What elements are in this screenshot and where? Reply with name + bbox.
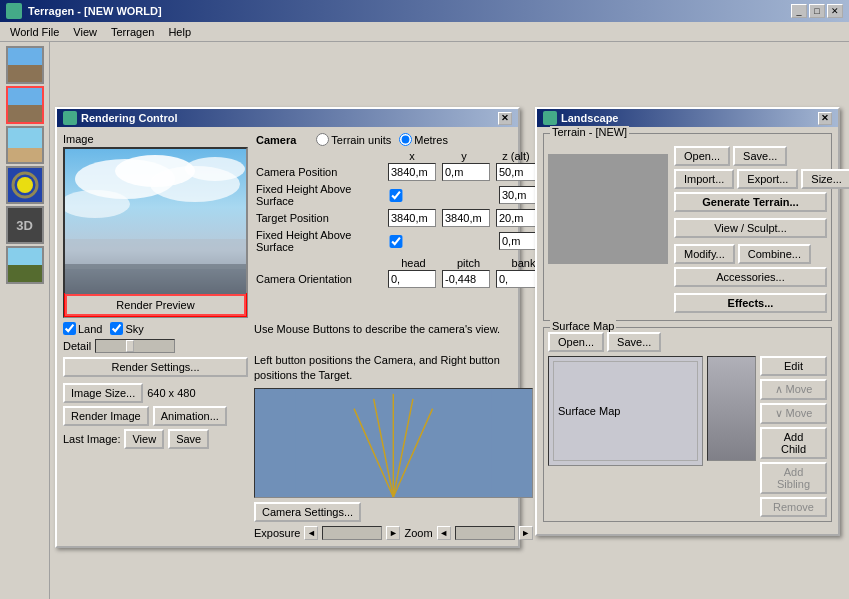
- menu-view[interactable]: View: [67, 24, 103, 40]
- landscape-dialog: Landscape ✕ Terrain - [NEW]: [535, 107, 840, 536]
- zoom-slider[interactable]: [455, 526, 515, 540]
- rendering-control-close[interactable]: ✕: [498, 112, 512, 125]
- rendering-icon: [63, 111, 77, 125]
- terrain-import-button[interactable]: Import...: [674, 169, 734, 189]
- surface-map-inner: Surface Map: [553, 361, 698, 461]
- zoom-decrease-button[interactable]: ◄: [437, 526, 451, 540]
- camera-pos-y-input[interactable]: [442, 163, 490, 181]
- metres-label: Metres: [414, 134, 448, 146]
- combine-button[interactable]: Combine...: [738, 244, 811, 264]
- image-section-title: Image: [63, 133, 248, 145]
- camera-viewport[interactable]: [254, 388, 533, 498]
- surface-save-button[interactable]: Save...: [607, 332, 661, 352]
- land-label: Land: [78, 323, 102, 335]
- terrain-export-button[interactable]: Export...: [737, 169, 798, 189]
- orientation-pitch-input[interactable]: [442, 270, 490, 288]
- sidebar-item-sun[interactable]: [6, 166, 44, 204]
- detail-slider[interactable]: [95, 339, 175, 353]
- accessories-button[interactable]: Accessories...: [674, 267, 827, 287]
- move-down-button[interactable]: ∨ Move: [760, 403, 827, 424]
- last-image-label: Last Image:: [63, 433, 120, 445]
- svg-rect-1: [8, 88, 42, 105]
- terrain-size-button[interactable]: Size...: [801, 169, 849, 189]
- terrain-preview: [548, 154, 668, 264]
- rendering-control-dialog: Rendering Control ✕ Image: [55, 107, 520, 548]
- landscape-icon: [543, 111, 557, 125]
- effects-button[interactable]: Effects...: [674, 293, 827, 313]
- target-pos-y-input[interactable]: [442, 209, 490, 227]
- camera-pos-x-input[interactable]: [388, 163, 436, 181]
- sidebar-item-3d[interactable]: 3D: [6, 206, 44, 244]
- image-frame: Render Preview: [63, 147, 248, 318]
- zoom-increase-button[interactable]: ►: [519, 526, 533, 540]
- fixed-height-label-2: Fixed Height Above Surface: [256, 229, 386, 253]
- add-sibling-button[interactable]: Add Sibling: [760, 462, 827, 494]
- terrain-units-option[interactable]: Terrain units: [316, 133, 391, 146]
- camera-view-panel: Use Mouse Buttons to describe the camera…: [254, 322, 533, 540]
- units-radio-group: Terrain units Metres: [316, 133, 448, 146]
- menu-world-file[interactable]: World File: [4, 24, 65, 40]
- land-checkbox-item[interactable]: Land: [63, 322, 102, 335]
- camera-position-label: Camera Position: [256, 166, 386, 178]
- add-child-button[interactable]: Add Child: [760, 427, 827, 459]
- terrain-units-label: Terrain units: [331, 134, 391, 146]
- pitch-header: pitch: [441, 257, 496, 269]
- metres-option[interactable]: Metres: [399, 133, 448, 146]
- sidebar-item-sky[interactable]: [6, 126, 44, 164]
- terrain-open-button[interactable]: Open...: [674, 146, 730, 166]
- generate-terrain-button[interactable]: Generate Terrain...: [674, 192, 827, 212]
- move-up-button[interactable]: ∧ Move: [760, 379, 827, 400]
- fixed-height-checkbox-1[interactable]: [388, 189, 404, 202]
- render-preview-button[interactable]: Render Preview: [65, 294, 246, 316]
- head-header: head: [386, 257, 441, 269]
- exposure-slider[interactable]: [322, 526, 382, 540]
- terrain-units-radio[interactable]: [316, 133, 329, 146]
- maximize-button[interactable]: □: [809, 4, 825, 18]
- menu-help[interactable]: Help: [162, 24, 197, 40]
- view-button[interactable]: View: [124, 429, 164, 449]
- svg-rect-20: [548, 154, 668, 264]
- sky-checkbox[interactable]: [110, 322, 123, 335]
- fixed-height-checkbox-2[interactable]: [388, 235, 404, 248]
- modify-button[interactable]: Modify...: [674, 244, 735, 264]
- target-pos-x-input[interactable]: [388, 209, 436, 227]
- edit-button[interactable]: Edit: [760, 356, 827, 376]
- detail-label: Detail: [63, 340, 91, 352]
- menu-terragen[interactable]: Terragen: [105, 24, 160, 40]
- left-controls-panel: Land Sky Detail Render: [63, 322, 248, 540]
- orientation-head-input[interactable]: [388, 270, 436, 288]
- surface-map-section-label: Surface Map: [550, 320, 616, 332]
- sky-checkbox-item[interactable]: Sky: [110, 322, 143, 335]
- view-sculpt-button[interactable]: View / Sculpt...: [674, 218, 827, 238]
- exposure-increase-button[interactable]: ►: [386, 526, 400, 540]
- camera-help-text: Use Mouse Buttons to describe the camera…: [254, 322, 533, 384]
- land-checkbox[interactable]: [63, 322, 76, 335]
- surface-map-area: Surface Map Edit ∧ Move ∨ Move Add Child…: [548, 356, 827, 517]
- x-header: x: [386, 150, 438, 162]
- svg-point-3: [17, 177, 33, 193]
- svg-rect-12: [65, 264, 246, 294]
- sidebar-item-landscape[interactable]: [6, 46, 44, 84]
- camera-settings-button[interactable]: Camera Settings...: [254, 502, 361, 522]
- render-settings-button[interactable]: Render Settings...: [63, 357, 248, 377]
- rendering-control-titlebar: Rendering Control ✕: [57, 109, 518, 127]
- animation-button[interactable]: Animation...: [153, 406, 227, 426]
- exposure-decrease-button[interactable]: ◄: [304, 526, 318, 540]
- close-button[interactable]: ✕: [827, 4, 843, 18]
- metres-radio[interactable]: [399, 133, 412, 146]
- remove-button[interactable]: Remove: [760, 497, 827, 517]
- minimize-button[interactable]: _: [791, 4, 807, 18]
- terrain-save-button[interactable]: Save...: [733, 146, 787, 166]
- render-image-button[interactable]: Render Image: [63, 406, 149, 426]
- sidebar-item-render[interactable]: [6, 246, 44, 284]
- image-size-button[interactable]: Image Size...: [63, 383, 143, 403]
- landscape-close[interactable]: ✕: [818, 112, 832, 125]
- surface-open-button[interactable]: Open...: [548, 332, 604, 352]
- terrain-section: Terrain - [NEW] Open... Save...: [543, 133, 832, 321]
- camera-orientation-label: Camera Orientation: [256, 273, 386, 285]
- y-header: y: [438, 150, 490, 162]
- help-text-1: Use Mouse Buttons to describe the camera…: [254, 323, 500, 335]
- save-last-button[interactable]: Save: [168, 429, 209, 449]
- sidebar-item-landscape-active[interactable]: [6, 86, 44, 124]
- detail-slider-thumb[interactable]: [126, 340, 134, 352]
